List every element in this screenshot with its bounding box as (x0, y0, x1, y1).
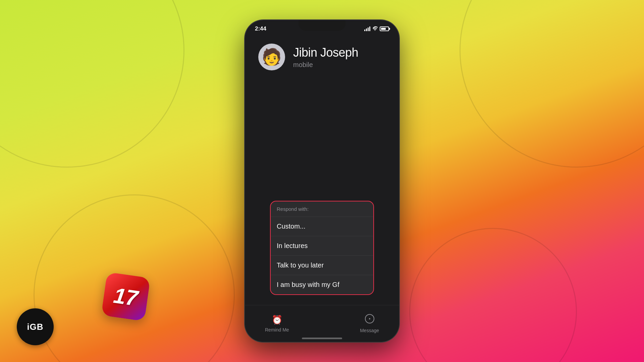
signal-bar-2 (366, 28, 367, 31)
bg-circle-2 (460, 0, 644, 168)
caller-text: Jibin Joseph mobile (293, 46, 358, 69)
igb-logo: iGB (17, 308, 54, 345)
signal-bar-4 (369, 26, 370, 31)
remind-me-button[interactable]: ⏰ Remind Me (265, 315, 289, 333)
caller-name: Jibin Joseph (293, 46, 358, 60)
phone-bottom: ⏰ Remind Me Message (245, 305, 399, 342)
message-label: Message (360, 328, 379, 333)
respond-menu: Respond with: Custom... In lectures Talk… (270, 201, 374, 295)
message-icon (365, 314, 374, 326)
signal-bar-1 (364, 29, 365, 31)
respond-item-busy[interactable]: I am busy with my Gf (271, 275, 373, 294)
wifi-icon (372, 26, 378, 32)
signal-bars-icon (364, 26, 370, 31)
phone-wrapper: 2:44 (245, 20, 399, 342)
caller-avatar: 🧑 (258, 44, 285, 70)
home-indicator (302, 338, 342, 339)
signal-bar-3 (368, 27, 369, 31)
phone-frame: 2:44 (245, 20, 399, 342)
bg-circle-4 (409, 228, 577, 362)
phone-screen: 2:44 (245, 20, 399, 342)
remind-me-label: Remind Me (265, 327, 289, 333)
message-button[interactable]: Message (360, 314, 379, 333)
avatar-emoji: 🧑 (262, 48, 282, 66)
battery-fill (381, 28, 386, 30)
svg-point-1 (369, 318, 370, 319)
respond-item-custom[interactable]: Custom... (271, 217, 373, 236)
remind-me-icon: ⏰ (272, 315, 282, 325)
status-time: 2:44 (255, 25, 266, 32)
respond-header: Respond with: (271, 201, 373, 217)
igb-label: iGB (27, 322, 43, 332)
bg-circle-1 (0, 0, 184, 168)
phone-notch (299, 20, 345, 31)
status-icons (364, 26, 389, 32)
ios17-icon-medium: 17 (101, 272, 151, 321)
respond-item-lectures[interactable]: In lectures (271, 236, 373, 256)
battery-icon (380, 26, 389, 31)
respond-item-talk-later[interactable]: Talk to you later (271, 256, 373, 275)
ios17-label-medium: 17 (112, 283, 140, 311)
caller-label: mobile (293, 61, 358, 69)
